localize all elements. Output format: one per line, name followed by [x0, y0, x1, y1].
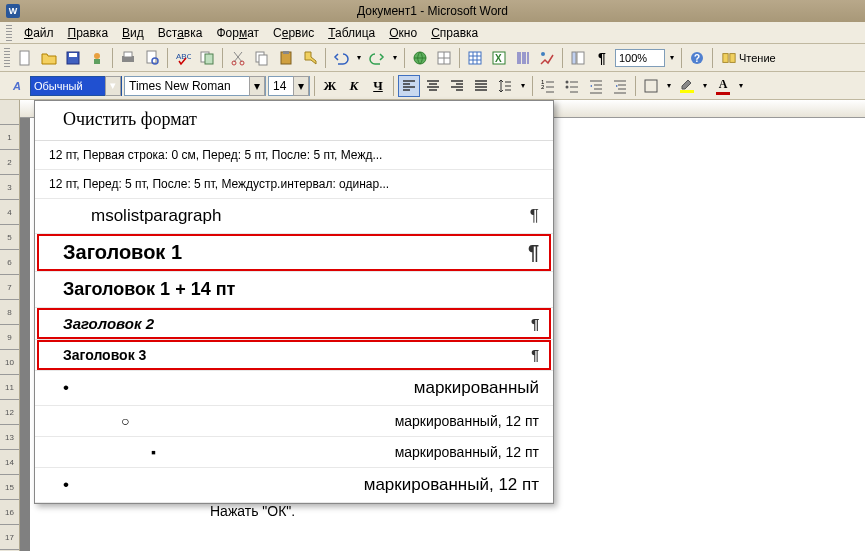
menu-help[interactable]: Справка [425, 24, 484, 42]
bold-button[interactable]: Ж [319, 75, 341, 97]
style-combo[interactable]: Обычный▾ [30, 76, 122, 96]
chevron-down-icon[interactable]: ▾ [293, 76, 309, 96]
menu-table[interactable]: Таблица [322, 24, 381, 42]
cut-button[interactable] [227, 47, 249, 69]
menu-window[interactable]: Окно [383, 24, 423, 42]
clear-format-item[interactable]: Очистить формат [35, 101, 553, 141]
zoom-combo[interactable]: 100% [615, 49, 665, 67]
highlight-dropdown[interactable]: ▾ [700, 75, 710, 97]
svg-rect-0 [20, 51, 29, 65]
style-item[interactable]: Заголовок 2¶ [35, 308, 553, 340]
format-painter-button[interactable] [299, 47, 321, 69]
align-center-button[interactable] [422, 75, 444, 97]
style-item[interactable]: Заголовок 1¶ [35, 234, 553, 272]
style-item[interactable]: 12 пт, Перед: 5 пт, После: 5 пт, Междуст… [35, 170, 553, 199]
chevron-down-icon[interactable]: ▾ [105, 76, 121, 96]
underline-button[interactable]: Ч [367, 75, 389, 97]
svg-rect-37 [645, 80, 657, 92]
new-button[interactable] [14, 47, 36, 69]
align-justify-button[interactable] [470, 75, 492, 97]
svg-rect-11 [205, 54, 213, 64]
reading-layout-button[interactable]: Чтение [717, 47, 781, 69]
ruler-tick: 6 [0, 250, 19, 275]
bulleted-list-button[interactable] [561, 75, 583, 97]
decrease-indent-button[interactable] [585, 75, 607, 97]
align-right-button[interactable] [446, 75, 468, 97]
font-color-dropdown[interactable]: ▾ [736, 75, 746, 97]
menu-insert[interactable]: Вставка [152, 24, 209, 42]
line-spacing-dropdown[interactable]: ▾ [518, 75, 528, 97]
ruler-tick: 1 [0, 125, 19, 150]
font-color-button[interactable]: A [712, 75, 734, 97]
highlight-button[interactable] [676, 75, 698, 97]
style-item[interactable]: Заголовок 3¶ [35, 340, 553, 371]
excel-button[interactable]: X [488, 47, 510, 69]
drawing-button[interactable] [536, 47, 558, 69]
style-item[interactable]: 12 пт, Первая строка: 0 см, Перед: 5 пт,… [35, 141, 553, 170]
svg-rect-31 [723, 53, 728, 62]
spellcheck-button[interactable]: ABC [172, 47, 194, 69]
menu-view[interactable]: Вид [116, 24, 150, 42]
zoom-dropdown[interactable]: ▾ [667, 47, 677, 69]
help-button[interactable]: ? [686, 47, 708, 69]
ruler-tick: 13 [0, 425, 19, 450]
ruler-tick: 12 [0, 400, 19, 425]
svg-point-36 [566, 85, 569, 88]
borders-dropdown[interactable]: ▾ [664, 75, 674, 97]
columns-button[interactable] [512, 47, 534, 69]
undo-dropdown[interactable]: ▾ [354, 47, 364, 69]
redo-button[interactable] [366, 47, 388, 69]
style-item[interactable]: ▪ маркированный, 12 пт [35, 437, 553, 468]
line-spacing-button[interactable] [494, 75, 516, 97]
print-preview-button[interactable] [141, 47, 163, 69]
show-marks-button[interactable]: ¶ [591, 47, 613, 69]
borders-button[interactable] [640, 75, 662, 97]
bullet-icon: ○ [121, 413, 133, 429]
permissions-button[interactable] [86, 47, 108, 69]
style-item[interactable]: Заголовок 1 + 14 пт [35, 272, 553, 308]
redo-dropdown[interactable]: ▾ [390, 47, 400, 69]
styles-pane-icon[interactable]: A [6, 75, 28, 97]
font-size-combo[interactable]: 14▾ [268, 76, 310, 96]
print-button[interactable] [117, 47, 139, 69]
document-area: ю со всего документа. ий изменяется нуме… [20, 100, 865, 551]
menu-format[interactable]: Формат [210, 24, 265, 42]
workspace: 12345678910111213141516171819202122 ю со… [0, 100, 865, 551]
insert-table-button[interactable] [464, 47, 486, 69]
open-button[interactable] [38, 47, 60, 69]
copy-button[interactable] [251, 47, 273, 69]
style-item-label: маркированный, 12 пт [364, 475, 539, 495]
hyperlink-button[interactable] [409, 47, 431, 69]
style-item[interactable]: • маркированный, 12 пт [35, 468, 553, 503]
menu-tools[interactable]: Сервис [267, 24, 320, 42]
undo-button[interactable] [330, 47, 352, 69]
align-left-button[interactable] [398, 75, 420, 97]
doc-map-button[interactable] [567, 47, 589, 69]
menu-file[interactable]: Файл [18, 24, 60, 42]
italic-button[interactable]: К [343, 75, 365, 97]
paste-button[interactable] [275, 47, 297, 69]
font-combo[interactable]: Times New Roman▾ [124, 76, 266, 96]
ruler-tick: 4 [0, 200, 19, 225]
research-button[interactable] [196, 47, 218, 69]
grip-icon [6, 25, 12, 41]
svg-rect-6 [124, 52, 132, 57]
style-dropdown-panel: Очистить формат 12 пт, Первая строка: 0 … [34, 100, 554, 504]
menu-edit[interactable]: Правка [62, 24, 115, 42]
paragraph-mark-icon: ¶ [531, 347, 539, 363]
style-item-label: 12 пт, Первая строка: 0 см, Перед: 5 пт,… [49, 148, 382, 162]
style-item[interactable]: msolistparagraph¶ [35, 199, 553, 234]
save-button[interactable] [62, 47, 84, 69]
tables-borders-button[interactable] [433, 47, 455, 69]
window-title: Документ1 - Microsoft Word [357, 4, 508, 18]
ruler-tick: 17 [0, 525, 19, 550]
ruler-tick: 3 [0, 175, 19, 200]
chevron-down-icon[interactable]: ▾ [249, 76, 265, 96]
style-item[interactable]: ○ маркированный, 12 пт [35, 406, 553, 437]
style-item-label: Заголовок 1 [63, 241, 182, 264]
style-item[interactable]: • маркированный [35, 371, 553, 406]
style-item-label: маркированный, 12 пт [395, 413, 539, 429]
increase-indent-button[interactable] [609, 75, 631, 97]
numbered-list-button[interactable]: 12 [537, 75, 559, 97]
svg-rect-20 [469, 52, 481, 64]
